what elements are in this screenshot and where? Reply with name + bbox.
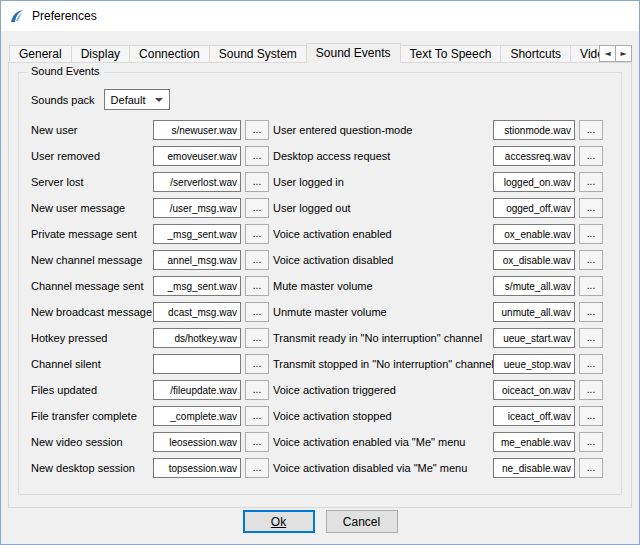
browse-button[interactable]: ... [245, 328, 269, 348]
browse-button[interactable]: ... [579, 354, 603, 374]
sound-file-input[interactable] [493, 406, 575, 426]
sound-file-input[interactable] [493, 146, 575, 166]
sound-file-input[interactable] [493, 354, 575, 374]
sound-file-input[interactable] [493, 380, 575, 400]
sound-events-group: Sound Events Sounds pack Default New use… [18, 72, 622, 495]
sound-file-input[interactable] [153, 406, 241, 426]
sound-event-label: Voice activation stopped [273, 410, 493, 422]
sound-event-row: Hotkey pressed ... [31, 325, 269, 351]
tab[interactable]: Text To Speech [400, 45, 502, 63]
sound-file-input[interactable] [153, 354, 241, 374]
sound-file-input[interactable] [493, 276, 575, 296]
browse-button[interactable]: ... [245, 146, 269, 166]
tab[interactable]: Display [71, 45, 130, 63]
browse-button[interactable]: ... [579, 328, 603, 348]
sound-file-input[interactable] [493, 432, 575, 452]
window-title: Preferences [32, 9, 97, 23]
browse-button[interactable]: ... [245, 120, 269, 140]
sound-event-row: Transmit ready in "No interruption" chan… [273, 325, 603, 351]
sound-event-label: Voice activation disabled via "Me" menu [273, 462, 493, 474]
sound-file-input[interactable] [153, 380, 241, 400]
tab[interactable]: Connection [129, 45, 210, 63]
cancel-button[interactable]: Cancel [326, 510, 398, 533]
tab-scroll-left-button[interactable]: ◄ [599, 45, 616, 62]
sounds-pack-value: Default [111, 94, 146, 106]
sound-event-row: Channel silent ... [31, 351, 269, 377]
browse-button[interactable]: ... [579, 172, 603, 192]
browse-button[interactable]: ... [245, 406, 269, 426]
sound-file-input[interactable] [153, 120, 241, 140]
browse-button[interactable]: ... [579, 432, 603, 452]
tab[interactable]: General [9, 45, 72, 63]
sound-file-input[interactable] [493, 250, 575, 270]
sound-file-input[interactable] [493, 328, 575, 348]
browse-button[interactable]: ... [245, 302, 269, 322]
sound-file-input[interactable] [493, 198, 575, 218]
sounds-pack-label: Sounds pack [31, 94, 95, 106]
browse-button[interactable]: ... [579, 198, 603, 218]
sound-event-row: User logged out ... [273, 195, 603, 221]
sound-event-label: Voice activation enabled via "Me" menu [273, 436, 493, 448]
browse-button[interactable]: ... [579, 458, 603, 478]
sound-file-input[interactable] [153, 198, 241, 218]
tab-scroll-right-button[interactable]: ► [615, 45, 632, 62]
browse-button[interactable]: ... [579, 250, 603, 270]
sound-event-label: Transmit stopped in "No interruption" ch… [273, 358, 493, 370]
sound-file-input[interactable] [153, 458, 241, 478]
sound-event-label: Mute master volume [273, 280, 493, 292]
browse-button[interactable]: ... [579, 380, 603, 400]
sound-event-label: New user message [31, 202, 153, 214]
sound-event-row: User removed ... [31, 143, 269, 169]
sound-event-label: Private message sent [31, 228, 153, 240]
sound-file-input[interactable] [493, 302, 575, 322]
sound-event-label: User logged out [273, 202, 493, 214]
sound-event-row: Private message sent ... [31, 221, 269, 247]
sounds-pack-select[interactable]: Default [104, 89, 170, 110]
sound-file-input[interactable] [153, 146, 241, 166]
sound-file-input[interactable] [153, 328, 241, 348]
sound-file-input[interactable] [153, 302, 241, 322]
tab-label: Shortcuts [510, 47, 561, 61]
tab[interactable]: Shortcuts [500, 45, 571, 63]
sound-file-input[interactable] [493, 224, 575, 244]
browse-button[interactable]: ... [245, 224, 269, 244]
browse-button[interactable]: ... [245, 198, 269, 218]
browse-button[interactable]: ... [579, 224, 603, 244]
sound-file-input[interactable] [153, 432, 241, 452]
browse-button[interactable]: ... [245, 354, 269, 374]
tab[interactable]: Sound Events [306, 43, 401, 63]
browse-button[interactable]: ... [579, 276, 603, 296]
browse-button[interactable]: ... [245, 380, 269, 400]
ok-button[interactable]: Ok [243, 510, 315, 533]
arrow-left-icon: ◄ [604, 49, 610, 58]
sound-event-label: Server lost [31, 176, 153, 188]
sound-event-label: User entered question-mode [273, 124, 493, 136]
tab[interactable]: Sound System [209, 45, 307, 63]
sound-file-input[interactable] [493, 120, 575, 140]
browse-button[interactable]: ... [245, 432, 269, 452]
browse-button[interactable]: ... [579, 406, 603, 426]
sound-event-row: Transmit stopped in "No interruption" ch… [273, 351, 603, 377]
sound-event-label: New broadcast message [31, 306, 153, 318]
sound-event-label: Channel silent [31, 358, 153, 370]
browse-button[interactable]: ... [579, 146, 603, 166]
browse-button[interactable]: ... [245, 172, 269, 192]
sound-event-row: Desktop access request ... [273, 143, 603, 169]
sound-event-row: Files updated ... [31, 377, 269, 403]
browse-button[interactable]: ... [579, 302, 603, 322]
browse-button[interactable]: ... [245, 250, 269, 270]
browse-button[interactable]: ... [245, 276, 269, 296]
sound-file-input[interactable] [493, 172, 575, 192]
sound-file-input[interactable] [153, 224, 241, 244]
sound-file-input[interactable] [493, 458, 575, 478]
browse-button[interactable]: ... [245, 458, 269, 478]
sound-file-input[interactable] [153, 250, 241, 270]
tab-label: Connection [139, 47, 200, 61]
sound-event-label: New video session [31, 436, 153, 448]
sound-event-row: Voice activation stopped ... [273, 403, 603, 429]
sound-file-input[interactable] [153, 276, 241, 296]
sound-event-label: Hotkey pressed [31, 332, 153, 344]
sound-file-input[interactable] [153, 172, 241, 192]
tab[interactable]: Video [570, 45, 599, 63]
browse-button[interactable]: ... [579, 120, 603, 140]
